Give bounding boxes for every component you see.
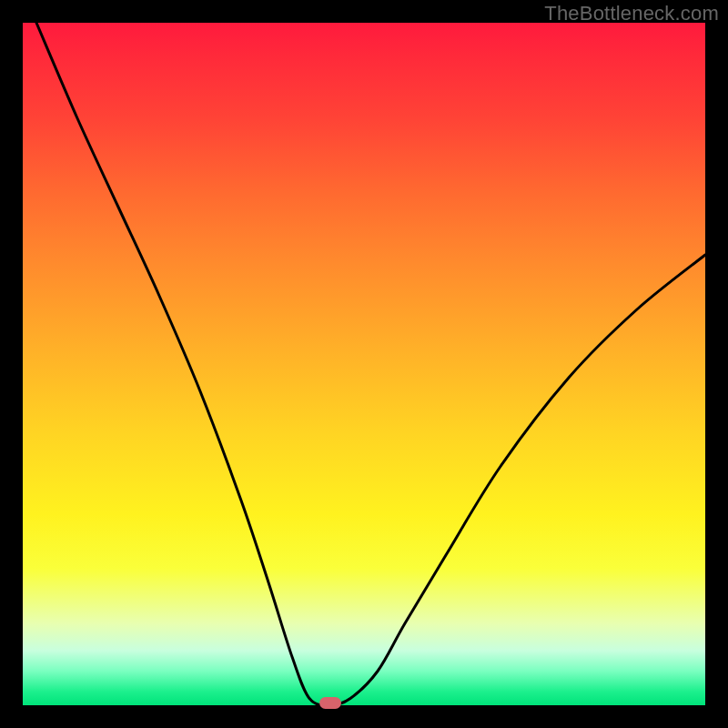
curve-path [36,23,705,705]
chart-frame: TheBottleneck.com [0,0,728,728]
minimum-marker [319,697,341,709]
watermark-label: TheBottleneck.com [544,2,719,25]
plot-area [23,23,705,705]
bottleneck-curve [23,23,705,705]
